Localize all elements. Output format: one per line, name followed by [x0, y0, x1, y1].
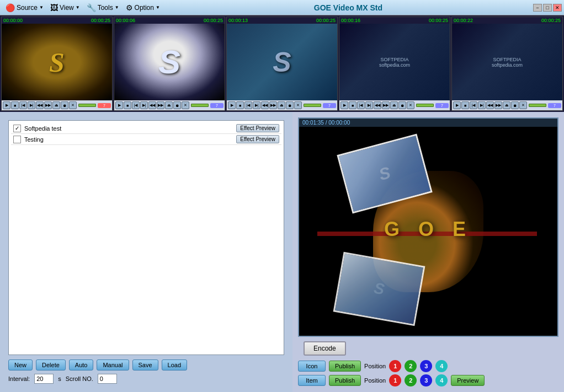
progress-5[interactable] — [529, 104, 546, 107]
eject-btn-4[interactable]: ⏏ — [390, 101, 398, 109]
ff-btn-1[interactable]: ▶▶ — [44, 101, 52, 109]
stop-btn-1[interactable]: ■ — [11, 101, 19, 109]
x-btn-4[interactable]: ✕ — [407, 101, 414, 109]
rew-btn-1[interactable]: ◀◀ — [36, 101, 44, 109]
thumb-panel-4[interactable]: 00:00:16 00:00:25 SOFTPEDIAsoftpedia.com… — [339, 17, 450, 111]
ff-btn-2[interactable]: ▶▶ — [157, 101, 164, 109]
effect-preview-btn-2[interactable]: Effect Preview — [236, 135, 279, 143]
prev-btn-1[interactable]: |◀ — [19, 101, 27, 109]
next-btn-1[interactable]: ▶| — [28, 101, 35, 109]
preview-button[interactable]: Preview — [451, 375, 485, 386]
play-btn-5[interactable]: ▶ — [453, 101, 461, 109]
x-btn-1[interactable]: ✕ — [69, 101, 77, 109]
prev-btn-2[interactable]: |◀ — [132, 101, 140, 109]
thumb-panel-2[interactable]: 00:00:06 00:00:25 S ▶ ■ |◀ ▶| ◀◀ ▶▶ ⏏ ⏺ … — [114, 17, 225, 111]
eject-btn-3[interactable]: ⏏ — [278, 101, 285, 109]
delete-button[interactable]: Delete — [36, 359, 66, 370]
new-button[interactable]: New — [8, 359, 33, 370]
prev-btn-4[interactable]: |◀ — [357, 101, 365, 109]
play-btn-3[interactable]: ▶ — [228, 101, 236, 109]
position2-2-btn[interactable]: 2 — [405, 374, 417, 386]
list-item[interactable]: ✓ Softpedia test Effect Preview — [11, 123, 281, 134]
ff-btn-4[interactable]: ▶▶ — [382, 101, 390, 109]
prev-btn-5[interactable]: |◀ — [470, 101, 477, 109]
next-btn-4[interactable]: ▶| — [365, 101, 373, 109]
rec-btn-2[interactable]: ⏺ — [173, 101, 181, 109]
position-2-btn[interactable]: 2 — [405, 360, 417, 372]
scroll-label: Scroll NO. — [66, 375, 93, 382]
controls-row: New Delete Auto Manual Save Load — [8, 359, 284, 370]
thumb-controls-4: ▶ ■ |◀ ▶| ◀◀ ▶▶ ⏏ ⏺ ✕ 7 — [339, 100, 450, 110]
thumb-controls-1: ▶ ■ |◀ ▶| ◀◀ ▶▶ ⏏ ⏺ ✕ 7 — [2, 100, 112, 110]
position2-3-btn[interactable]: 3 — [420, 374, 432, 386]
play-btn-2[interactable]: ▶ — [115, 101, 123, 109]
position-3-btn[interactable]: 3 — [420, 360, 432, 372]
encode-button[interactable]: Encode — [304, 341, 346, 356]
play-btn-4[interactable]: ▶ — [340, 101, 348, 109]
playlist-check-2[interactable] — [13, 136, 21, 143]
rec-btn-4[interactable]: ⏺ — [398, 101, 406, 109]
list-item[interactable]: Testing Effect Preview — [11, 134, 281, 145]
ff-btn-3[interactable]: ▶▶ — [269, 101, 277, 109]
interval-input[interactable] — [34, 374, 54, 384]
rec-btn-3[interactable]: ⏺ — [286, 101, 294, 109]
close-button[interactable]: ✕ — [553, 4, 562, 12]
next-btn-2[interactable]: ▶| — [140, 101, 148, 109]
x-btn-3[interactable]: ✕ — [294, 101, 302, 109]
thumb-panel-3[interactable]: 00:00:13 00:00:25 S ▶ ■ |◀ ▶| ◀◀ ▶▶ ⏏ ⏺ … — [226, 17, 338, 111]
menu-view[interactable]: 🖼 View ▼ — [47, 2, 83, 13]
tools-icon: 🔧 — [87, 3, 96, 12]
rew-btn-4[interactable]: ◀◀ — [374, 101, 381, 109]
menu-source[interactable]: 🔴 Source ▼ — [2, 2, 47, 13]
rec-btn-5[interactable]: ⏺ — [511, 101, 519, 109]
position2-4-btn[interactable]: 4 — [435, 374, 448, 386]
thumb-panel-1[interactable]: 00:00:00 00:00:25 S ▶ ■ |◀ ▶| ◀◀ ▶▶ ⏏ ⏺ … — [1, 17, 113, 111]
eject-btn-2[interactable]: ⏏ — [165, 101, 173, 109]
position-4-btn[interactable]: 4 — [435, 360, 448, 372]
stop-btn-2[interactable]: ■ — [124, 101, 131, 109]
publish-button-2[interactable]: Publish — [329, 375, 361, 386]
x-btn-5[interactable]: ✕ — [519, 101, 527, 109]
stop-btn-4[interactable]: ■ — [349, 101, 357, 109]
option-icon: ⚙ — [126, 3, 133, 12]
thumb-panel-5[interactable]: 00:00:22 00:00:25 SOFTPEDIAsoftpedia.com… — [451, 17, 563, 111]
prev-btn-3[interactable]: |◀ — [244, 101, 252, 109]
scroll-input[interactable] — [98, 374, 117, 384]
rew-btn-5[interactable]: ◀◀ — [486, 101, 494, 109]
menu-option[interactable]: ⚙ Option ▼ — [123, 2, 163, 13]
icon-button[interactable]: Icon — [298, 361, 326, 372]
minimize-button[interactable]: − — [533, 4, 542, 12]
stop-btn-5[interactable]: ■ — [461, 101, 469, 109]
menu-tools[interactable]: 🔧 Tools ▼ — [83, 2, 123, 13]
thumbnail-strip: 00:00:00 00:00:25 S ▶ ■ |◀ ▶| ◀◀ ▶▶ ⏏ ⏺ … — [0, 15, 564, 112]
play-btn-1[interactable]: ▶ — [3, 101, 10, 109]
next-btn-3[interactable]: ▶| — [253, 101, 260, 109]
effect-preview-btn-1[interactable]: Effect Preview — [236, 124, 279, 132]
position2-1-btn[interactable]: 1 — [389, 374, 401, 386]
progress-2[interactable] — [191, 104, 209, 107]
rew-btn-2[interactable]: ◀◀ — [148, 101, 156, 109]
eject-btn-1[interactable]: ⏏ — [52, 101, 60, 109]
view-dropdown-icon: ▼ — [76, 5, 80, 10]
next-btn-5[interactable]: ▶| — [478, 101, 486, 109]
eject-btn-5[interactable]: ⏏ — [503, 101, 510, 109]
save-button[interactable]: Save — [132, 359, 158, 370]
progress-3[interactable] — [304, 104, 321, 107]
item-button[interactable]: Item — [298, 375, 326, 386]
progress-1[interactable] — [78, 104, 96, 107]
load-button[interactable]: Load — [162, 359, 187, 370]
menu-tools-label: Tools — [98, 4, 113, 12]
publish-button-1[interactable]: Publish — [329, 361, 361, 372]
ff-btn-5[interactable]: ▶▶ — [494, 101, 502, 109]
position-1-btn[interactable]: 1 — [389, 360, 401, 372]
restore-button[interactable]: □ — [543, 4, 552, 12]
rec-btn-1[interactable]: ⏺ — [61, 101, 68, 109]
progress-4[interactable] — [416, 104, 434, 107]
titlebar: 🔴 Source ▼ 🖼 View ▼ 🔧 Tools ▼ ⚙ Option ▼… — [0, 0, 564, 15]
playlist-check-1[interactable]: ✓ — [13, 125, 21, 132]
auto-button[interactable]: Auto — [69, 359, 94, 370]
stop-btn-3[interactable]: ■ — [236, 101, 244, 109]
rew-btn-3[interactable]: ◀◀ — [261, 101, 269, 109]
manual-button[interactable]: Manual — [97, 359, 129, 370]
x-btn-2[interactable]: ✕ — [182, 101, 189, 109]
